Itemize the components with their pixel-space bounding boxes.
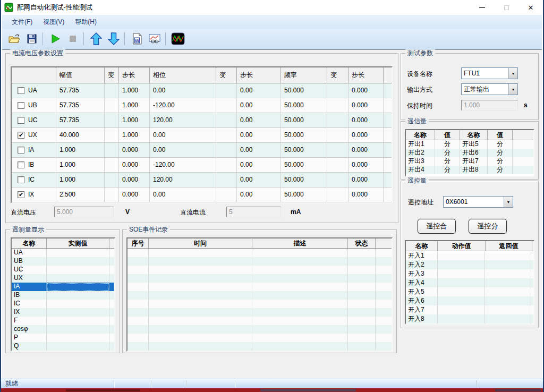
telemetry-row[interactable]: IA (12, 283, 114, 291)
control-row[interactable]: 开入7 (406, 305, 533, 314)
signal-row[interactable]: 开出2分开出6分 (406, 149, 533, 157)
param-cell[interactable]: 57.735 (56, 113, 105, 127)
telemetry-row[interactable]: UB (12, 257, 114, 266)
move-down-icon[interactable] (106, 31, 122, 46)
param-cell[interactable]: 0.000 (348, 143, 384, 157)
param-cell[interactable]: 50.000 (281, 143, 327, 157)
menu-file[interactable]: 文件(F) (6, 18, 38, 27)
param-cell[interactable]: 0.00 (237, 98, 281, 113)
telemetry-row[interactable]: Q (12, 342, 114, 351)
soe-row[interactable] (128, 257, 392, 266)
param-cell[interactable]: 50.000 (281, 113, 327, 127)
remote-close-button[interactable]: 遥控合 (418, 219, 456, 234)
open-icon[interactable] (6, 31, 22, 46)
param-cell[interactable]: 57.735 (56, 98, 105, 113)
param-cell[interactable]: 1.000 (119, 83, 150, 98)
param-cell[interactable] (105, 188, 119, 202)
param-cell[interactable] (327, 98, 348, 113)
param-cell[interactable]: 120.00 (150, 173, 216, 187)
hold-time-input[interactable]: 1.000 (461, 100, 518, 110)
signal-row[interactable]: 开出1分开出5分 (406, 140, 533, 149)
row-checkbox[interactable] (18, 176, 24, 183)
param-cell[interactable] (327, 173, 348, 187)
param-cell[interactable]: 57.735 (56, 83, 105, 98)
control-row[interactable]: 开入1 (406, 251, 533, 260)
param-cell[interactable]: 0.00 (237, 113, 281, 127)
param-cell[interactable] (105, 113, 119, 127)
soe-row[interactable] (128, 291, 392, 300)
telemetry-row[interactable]: UX (12, 274, 114, 283)
param-cell[interactable]: 50.000 (281, 98, 327, 113)
soe-row[interactable] (128, 283, 392, 291)
param-cell[interactable]: 50.000 (281, 158, 327, 172)
param-cell[interactable] (327, 128, 348, 142)
param-cell[interactable]: 1.000 (56, 173, 105, 187)
param-cell[interactable]: 1.000 (119, 98, 150, 113)
close-button[interactable]: ✕ (518, 0, 543, 15)
chevron-down-icon[interactable]: ▼ (508, 68, 517, 79)
row-checkbox[interactable] (18, 117, 24, 124)
param-cell[interactable]: 1.000 (119, 113, 150, 127)
param-cell[interactable]: 50.000 (281, 128, 327, 142)
param-cell[interactable]: 0.000 (119, 188, 150, 202)
param-cell[interactable]: 0.00 (150, 188, 216, 202)
signal-row[interactable]: 开出4分开出8分 (406, 166, 533, 174)
minimize-button[interactable] (470, 0, 494, 15)
param-cell[interactable]: 50.000 (281, 173, 327, 187)
telemetry-row[interactable]: P (12, 334, 114, 342)
param-cell[interactable] (216, 128, 237, 142)
row-checkbox[interactable] (18, 87, 24, 94)
row-checkbox[interactable] (18, 147, 24, 154)
param-cell[interactable] (216, 158, 237, 172)
control-row[interactable]: 开入2 (406, 260, 533, 269)
param-cell[interactable] (105, 98, 119, 113)
param-cell[interactable]: 40.000 (56, 128, 105, 142)
control-row[interactable]: 开入3 (406, 269, 533, 278)
row-checkbox[interactable]: ✔ (18, 191, 24, 198)
param-cell[interactable] (327, 158, 348, 172)
param-cell[interactable]: 0.00 (150, 143, 216, 157)
control-row[interactable]: 开入6 (406, 296, 533, 305)
param-cell[interactable] (327, 113, 348, 127)
param-cell[interactable]: 1.000 (119, 128, 150, 142)
param-cell[interactable] (216, 173, 237, 187)
param-cell[interactable] (216, 188, 237, 202)
signal-row[interactable]: 开出3分开出7分 (406, 157, 533, 166)
param-cell[interactable] (105, 173, 119, 187)
param-cell[interactable]: 0.00 (237, 173, 281, 187)
telemetry-row[interactable]: cosφ (12, 325, 114, 334)
word-report-icon[interactable]: W (129, 31, 145, 46)
dc-voltage-input[interactable]: 5.000 (54, 207, 114, 217)
param-cell[interactable] (216, 143, 237, 157)
param-cell[interactable] (105, 128, 119, 142)
telemetry-row[interactable]: UC (12, 266, 114, 274)
param-cell[interactable] (216, 98, 237, 113)
param-cell[interactable]: 0.00 (237, 83, 281, 98)
param-cell[interactable]: 0.000 (348, 173, 384, 187)
soe-row[interactable] (128, 308, 392, 317)
output-mode-select[interactable]: 正常输出 ▼ (461, 83, 518, 95)
param-cell[interactable]: 120.00 (150, 113, 216, 127)
row-checkbox[interactable]: ✔ (18, 132, 24, 139)
chevron-down-icon[interactable]: ▼ (504, 197, 513, 207)
param-cell[interactable]: 0.00 (237, 158, 281, 172)
param-cell[interactable]: 0.000 (348, 83, 384, 98)
param-cell[interactable] (105, 158, 119, 172)
param-cell[interactable]: -120.00 (150, 158, 216, 172)
soe-row[interactable] (128, 325, 392, 334)
menu-help[interactable]: 帮助(H) (70, 18, 102, 27)
telemetry-row[interactable]: UA (12, 249, 114, 257)
param-cell[interactable]: 0.000 (348, 158, 384, 172)
param-cell[interactable]: 1.000 (56, 158, 105, 172)
param-cell[interactable]: 0.000 (348, 188, 384, 202)
control-row[interactable]: 开入5 (406, 287, 533, 296)
save-icon[interactable] (24, 31, 40, 46)
param-cell[interactable]: 2.500 (56, 188, 105, 202)
run-icon[interactable] (47, 31, 63, 46)
report-view-icon[interactable] (147, 31, 163, 46)
remote-addr-select[interactable]: 0X6001 ▼ (443, 196, 513, 208)
device-name-select[interactable]: FTU1 ▼ (461, 67, 518, 79)
waveform-icon[interactable] (170, 31, 186, 46)
control-row[interactable]: 开入8 (406, 314, 533, 323)
soe-row[interactable] (128, 266, 392, 274)
